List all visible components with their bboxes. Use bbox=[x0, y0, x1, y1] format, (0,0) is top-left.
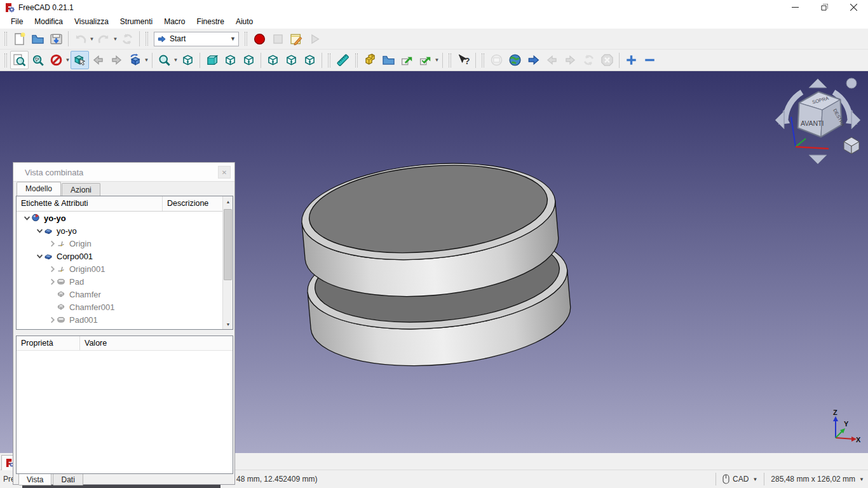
view-front-button[interactable] bbox=[203, 51, 221, 69]
statusbar-separator bbox=[715, 473, 716, 485]
tab-vista[interactable]: Vista bbox=[18, 474, 51, 485]
zoom-in-button[interactable] bbox=[622, 51, 641, 69]
zoom-tool-dropdown-icon[interactable]: ▼ bbox=[173, 57, 179, 63]
view-left-button[interactable] bbox=[301, 51, 319, 69]
view-axonometric-button[interactable] bbox=[179, 51, 197, 69]
tree-item-yo-yo[interactable]: yo-yo bbox=[17, 212, 222, 224]
nav-back-button[interactable] bbox=[89, 51, 107, 69]
toolbar-drag-handle[interactable] bbox=[245, 32, 247, 46]
view-top-button[interactable] bbox=[221, 51, 240, 69]
tree-item-yo-yo[interactable]: yo-yo bbox=[17, 224, 222, 237]
view-rear-button[interactable] bbox=[264, 51, 282, 69]
web-forward-button[interactable] bbox=[561, 51, 580, 69]
close-button[interactable] bbox=[839, 0, 868, 15]
make-sub-link-dropdown-icon[interactable]: ▼ bbox=[434, 57, 440, 63]
property-column-value[interactable]: Valore bbox=[80, 336, 107, 350]
restore-button[interactable] bbox=[810, 0, 839, 15]
property-column-name[interactable]: Proprietà bbox=[17, 336, 80, 350]
tree-item-corpo001[interactable]: Corpo001 bbox=[17, 250, 222, 262]
scrollbar-thumb[interactable] bbox=[224, 209, 232, 280]
expander-open-icon[interactable] bbox=[36, 227, 44, 235]
tree-scrollbar[interactable]: ▲ ▼ bbox=[222, 196, 233, 329]
tab-azioni[interactable]: Azioni bbox=[62, 183, 100, 196]
panel-close-button[interactable]: ✕ bbox=[218, 166, 231, 179]
toolbar-drag-handle[interactable] bbox=[449, 53, 451, 67]
web-stop-button[interactable] bbox=[598, 51, 616, 69]
measure-button[interactable] bbox=[334, 51, 352, 69]
scrollbar-up-icon[interactable]: ▲ bbox=[223, 196, 233, 207]
macro-edit-button[interactable] bbox=[287, 30, 306, 48]
menu-modifica[interactable]: Modifica bbox=[29, 15, 69, 28]
create-part-button[interactable] bbox=[361, 51, 379, 69]
expander-open-icon[interactable] bbox=[36, 252, 44, 261]
draw-style-button[interactable] bbox=[47, 51, 65, 69]
menu-finestre[interactable]: Finestre bbox=[191, 15, 230, 28]
toolbar-drag-handle[interactable] bbox=[4, 53, 7, 67]
undo-button[interactable] bbox=[71, 30, 90, 48]
menu-file[interactable]: File bbox=[5, 15, 29, 28]
tree-item-chamfer001[interactable]: Chamfer001 bbox=[17, 301, 222, 313]
make-sub-link-button[interactable] bbox=[416, 51, 435, 69]
web-browser-button[interactable] bbox=[506, 51, 524, 69]
whats-this-button[interactable]: ? bbox=[454, 51, 473, 69]
navigation-style-selector[interactable]: CAD ▼ bbox=[722, 474, 757, 484]
tab-modello[interactable]: Modello bbox=[17, 182, 61, 196]
tree-column-description[interactable]: Descrizione bbox=[163, 196, 208, 211]
workbench-selector[interactable]: Start▼ bbox=[154, 32, 239, 46]
tree-item-pad[interactable]: Pad bbox=[17, 275, 222, 288]
fit-selection-button[interactable] bbox=[29, 51, 47, 69]
select-box-button[interactable] bbox=[71, 51, 89, 69]
view-bottom-button[interactable] bbox=[282, 51, 301, 69]
expander-closed-icon[interactable] bbox=[48, 316, 57, 324]
tree-column-labels[interactable]: Etichette & Attributi bbox=[17, 196, 163, 211]
zoom-tool-button[interactable] bbox=[155, 51, 173, 69]
undo-dropdown-icon[interactable]: ▼ bbox=[89, 36, 95, 42]
tree-item-chamfer[interactable]: Chamfer bbox=[17, 288, 222, 301]
save-document-button[interactable] bbox=[47, 30, 65, 48]
menu-strumenti[interactable]: Strumenti bbox=[114, 15, 158, 28]
web-page-button[interactable] bbox=[487, 51, 506, 69]
redo-button[interactable] bbox=[95, 30, 113, 48]
macro-stop-button[interactable] bbox=[269, 30, 287, 48]
macro-record-button[interactable] bbox=[250, 30, 269, 48]
toolbar-drag-handle[interactable] bbox=[328, 53, 330, 67]
toolbar-drag-handle[interactable] bbox=[146, 32, 148, 46]
web-go-button[interactable] bbox=[524, 51, 543, 69]
menu-aiuto[interactable]: Aiuto bbox=[230, 15, 259, 28]
zoom-out-button[interactable] bbox=[641, 51, 659, 69]
refresh-button[interactable] bbox=[118, 30, 137, 48]
create-group-button[interactable] bbox=[379, 51, 398, 69]
expander-closed-icon[interactable] bbox=[48, 278, 57, 286]
fit-all-button[interactable] bbox=[10, 51, 29, 69]
tree-item-origin001[interactable]: Origin001 bbox=[17, 262, 222, 275]
make-link-button[interactable] bbox=[398, 51, 416, 69]
view-right-button[interactable] bbox=[240, 51, 258, 69]
expander-closed-icon[interactable] bbox=[48, 240, 57, 248]
open-document-button[interactable] bbox=[29, 30, 47, 48]
menu-macro[interactable]: Macro bbox=[158, 15, 191, 28]
tab-dati[interactable]: Dati bbox=[53, 474, 83, 485]
expander-closed-icon[interactable] bbox=[48, 265, 57, 273]
navigation-cube[interactable]: SOPRA AVANTI DESTRA bbox=[770, 74, 865, 169]
tree-item-pad001[interactable]: Pad001 bbox=[17, 313, 222, 326]
tree-item-origin[interactable]: Origin bbox=[17, 237, 222, 250]
expander-open-icon[interactable] bbox=[23, 214, 31, 222]
draw-style-dropdown-icon[interactable]: ▼ bbox=[65, 57, 71, 63]
view-rotate-dropdown-icon[interactable]: ▼ bbox=[144, 57, 149, 63]
macro-execute-button[interactable] bbox=[306, 30, 324, 48]
redo-dropdown-icon[interactable]: ▼ bbox=[112, 36, 118, 42]
view-size-indicator[interactable]: 285,48 mm x 126,02 mm ▼ bbox=[771, 475, 864, 484]
minimize-button[interactable] bbox=[780, 0, 810, 15]
toolbar-drag-handle[interactable] bbox=[4, 32, 7, 46]
scrollbar-down-icon[interactable]: ▼ bbox=[223, 319, 233, 329]
toolbar-drag-handle[interactable] bbox=[482, 53, 484, 67]
toolbar-drag-handle[interactable] bbox=[355, 53, 358, 67]
nav-forward-button[interactable] bbox=[107, 51, 126, 69]
menu-visualizza[interactable]: Visualizza bbox=[69, 15, 114, 28]
web-back-button[interactable] bbox=[543, 51, 561, 69]
tree-item-clipped[interactable] bbox=[17, 326, 222, 329]
view-rotate-button[interactable] bbox=[126, 51, 144, 69]
panel-titlebar[interactable]: Vista combinata ✕ bbox=[13, 163, 234, 182]
web-refresh-button[interactable] bbox=[580, 51, 598, 69]
new-document-button[interactable] bbox=[10, 30, 29, 48]
